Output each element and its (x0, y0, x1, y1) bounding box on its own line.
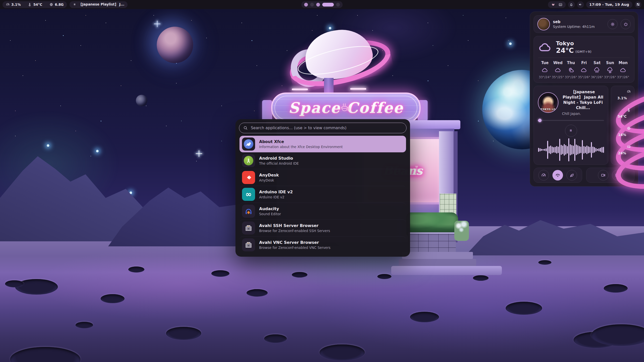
search-icon (243, 126, 248, 130)
bright-star (47, 144, 49, 147)
android-studio-icon (242, 154, 255, 167)
audio-visualizer (538, 138, 604, 162)
app-row-avahi-ssh[interactable]: Avahi SSH Server BrowserBrowse for Zeroc… (239, 219, 406, 236)
audacity-icon (242, 205, 255, 218)
memory-value: 6.8G (55, 3, 64, 7)
app-row-avahi-vnc[interactable]: Avahi VNC Server BrowserBrowse for Zeroc… (239, 236, 406, 253)
progress-bar[interactable] (538, 119, 604, 122)
settings-button[interactable] (608, 19, 618, 29)
cpu-usage-value: 3.1% (11, 3, 21, 7)
powersave-mode-button[interactable] (567, 170, 577, 180)
app-row-arduino-ide[interactable]: ∞ Arduino IDE v2Arduino IDE v2 (239, 186, 406, 203)
workspace-dot[interactable] (304, 3, 308, 7)
scales-icon (555, 173, 560, 178)
app-desc: Sound Editor (259, 212, 281, 216)
network-port-icon (242, 221, 255, 235)
weather-timezone: (GMT+9) (575, 50, 591, 54)
thermometer-icon (28, 3, 32, 7)
gauge-value: 3.1% (615, 96, 629, 100)
app-desc: Browse for Zeroconf-enabled VNC Servers (259, 246, 330, 250)
screen-record-button[interactable] (598, 170, 609, 180)
notifications-button[interactable] (568, 1, 575, 8)
username: seb (553, 20, 605, 24)
app-name: Android Studio (259, 156, 299, 161)
forecast-day: Sat36°/26° (590, 61, 603, 79)
app-desc: Arduino IDE v2 (259, 195, 293, 199)
sparkle-star (154, 21, 160, 27)
pause-icon (569, 128, 573, 133)
workspace-dot[interactable] (336, 3, 340, 7)
app-grid-button[interactable] (635, 1, 641, 8)
xfce-logo-icon (242, 138, 255, 151)
cpu-temp-value: 54°C (33, 3, 42, 7)
widget-panel: seb System Uptime: 4h11m Tokyo 24°C(GMT+… (530, 12, 638, 187)
gauge-value: 24% (615, 151, 629, 155)
gauge-value: 54°C (615, 114, 629, 118)
pause-button[interactable] (565, 125, 577, 137)
weather-forecast: Tue33°/24° Wed35°/25° Thu33°/26° Fri35°/… (538, 61, 630, 79)
cpu-temp-gauge: 54°C (615, 108, 630, 124)
cloud-icon (538, 40, 552, 54)
app-row-anydesk[interactable]: AnyDeskAnyDesk (239, 169, 406, 186)
gauge-icon (541, 173, 546, 178)
disk-icon (627, 145, 631, 149)
weather-temp: 24°C (556, 47, 574, 54)
cloud-icon (542, 67, 548, 73)
forecast-day: Fri35°/26° (578, 61, 591, 79)
cpu-usage-gauge: 3.1% (615, 90, 630, 106)
grid-icon (636, 3, 640, 7)
cpu-usage-stat: 3.1% (6, 3, 21, 7)
storm-icon (607, 67, 613, 73)
workspace-indicator[interactable] (301, 1, 343, 8)
app-row-audacity[interactable]: AudacitySound Editor (239, 203, 406, 219)
app-name: AnyDesk (259, 173, 279, 177)
sun-cloud-icon (568, 67, 574, 73)
saturn-cup (289, 28, 391, 88)
app-name: Avahi SSH Server Browser (259, 223, 330, 228)
app-desc: The official Android IDE (259, 161, 299, 165)
flower-bush (454, 221, 469, 241)
cloud-icon (620, 67, 626, 73)
system-stats-pill[interactable]: 3.1% 54°C 6.8G (3, 1, 67, 8)
tray-pill (548, 1, 566, 8)
app-row-android-studio[interactable]: Android StudioThe official Android IDE (239, 152, 406, 169)
workspace-dot[interactable] (322, 3, 334, 7)
wallpaper-icon[interactable] (558, 3, 562, 7)
clock[interactable]: 17:09 - Tue, 19 Aug (586, 1, 632, 8)
weather-city: Tokyo (556, 40, 591, 47)
app-name: Arduino IDE v2 (259, 190, 293, 194)
forecast-day: Wed35°/25° (551, 61, 565, 79)
volume-button[interactable] (577, 1, 584, 8)
progress-knob[interactable] (538, 119, 542, 122)
uptime-text: System Uptime: 4h11m (553, 25, 605, 29)
forecast-day: Sun33°/26° (603, 61, 617, 79)
search-bar[interactable] (239, 123, 407, 133)
app-name: Avahi VNC Server Browser (259, 240, 330, 245)
forecast-day: Thu33°/26° (565, 61, 578, 79)
cpu-temp-stat: 54°C (28, 3, 42, 7)
balanced-mode-button[interactable] (552, 170, 563, 180)
workspace-dot[interactable] (310, 3, 314, 7)
thermometer-icon (627, 108, 631, 112)
workspace-dot[interactable] (316, 3, 320, 7)
app-name: About Xfce (259, 139, 343, 144)
power-button[interactable] (621, 19, 631, 29)
performance-mode-button[interactable] (538, 170, 549, 180)
album-art-caption: TOKYO LO (538, 108, 558, 111)
video-camera-icon (601, 173, 606, 178)
pet-icon[interactable] (551, 3, 555, 7)
sparkle-star (196, 150, 202, 157)
gauge-icon (627, 89, 631, 94)
gauge-value: 14% (615, 133, 629, 137)
album-art: TOKYO LO (538, 92, 558, 113)
forecast-day: Tue33°/24° (538, 61, 551, 79)
chip-icon (627, 126, 631, 130)
app-name: Audacity (259, 206, 281, 211)
search-input[interactable] (250, 125, 402, 130)
now-playing-pill[interactable]: 【Japanese Playlist】 J... (69, 1, 128, 8)
clock-text: 17:09 - Tue, 19 Aug (589, 3, 629, 7)
app-row-about-xfce[interactable]: About XfceInformation about the Xfce Des… (239, 136, 406, 152)
track-title: 【Japanese Playlist】 Japan All Night - To… (562, 89, 604, 111)
app-list: About XfceInformation about the Xfce Des… (239, 136, 406, 253)
bell-icon (569, 3, 573, 7)
